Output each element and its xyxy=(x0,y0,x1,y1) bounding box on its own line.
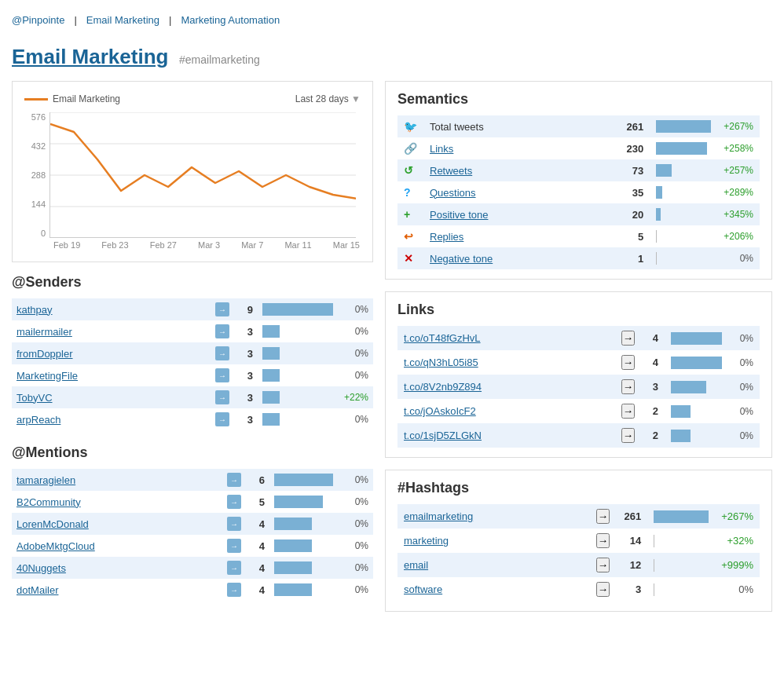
link-bar xyxy=(665,399,728,423)
semantics-label[interactable]: Links xyxy=(430,143,453,155)
item-count: 6 xyxy=(246,469,269,491)
x-label-mar11: Mar 11 xyxy=(284,240,311,250)
link-pct: 0% xyxy=(728,350,760,375)
semantics-label[interactable]: Retweets xyxy=(430,165,472,177)
arrow-button[interactable]: → xyxy=(215,346,229,360)
link-arrow-button[interactable]: → xyxy=(621,428,635,443)
link-bar xyxy=(665,350,728,375)
item-name[interactable]: arpReach xyxy=(12,408,211,430)
link-url[interactable]: t.co/8V2nb9Z894 xyxy=(397,375,615,399)
link-url[interactable]: t.co/oT48fGzHvL xyxy=(397,326,615,350)
chart-period-selector[interactable]: Last 28 days ▼ xyxy=(295,93,361,104)
nav-pinpointe[interactable]: @Pinpointe xyxy=(12,14,64,26)
question-icon: ? xyxy=(397,181,423,203)
semantics-label-cell[interactable]: Negative tone xyxy=(423,247,618,269)
arrow-button[interactable]: → xyxy=(215,324,229,338)
hashtag-row: email → 12 +999% xyxy=(397,553,760,577)
arrow-button[interactable]: → xyxy=(215,368,229,382)
link-url[interactable]: t.co/1sjD5ZLGkN xyxy=(397,423,615,448)
retweet-icon: ↺ xyxy=(397,159,423,181)
semantics-label-cell[interactable]: Replies xyxy=(423,225,618,247)
item-name[interactable]: dotMailer xyxy=(12,579,222,601)
link-arrow-button[interactable]: → xyxy=(621,331,635,346)
item-name[interactable]: AdobeMktgCloud xyxy=(12,535,222,557)
arrow-button[interactable]: → xyxy=(215,390,229,404)
item-pct: 0% xyxy=(338,342,373,364)
arrow-button[interactable]: → xyxy=(227,583,241,597)
item-name[interactable]: MarketingFile xyxy=(12,364,211,386)
item-name[interactable]: B2Community xyxy=(12,491,222,513)
semantics-label-cell[interactable]: Retweets xyxy=(423,159,618,181)
hashtag-count: 3 xyxy=(616,577,647,602)
chart-container: Email Marketing Last 28 days ▼ 576 432 2… xyxy=(12,81,373,262)
item-count: 3 xyxy=(234,386,258,408)
item-name[interactable]: TobyVC xyxy=(12,386,211,408)
hashtag-arrow-button[interactable]: → xyxy=(596,509,610,524)
item-pct: 0% xyxy=(338,491,373,513)
hashtag-bar xyxy=(647,553,715,577)
link-url[interactable]: t.co/jOAskoIcF2 xyxy=(397,399,615,423)
arrow-button[interactable]: → xyxy=(227,539,241,553)
left-column: Email Marketing Last 28 days ▼ 576 432 2… xyxy=(12,81,373,624)
y-label-576: 576 xyxy=(24,112,46,122)
hashtag-name[interactable]: emailmarketing xyxy=(397,504,590,529)
hashtag-name[interactable]: marketing xyxy=(397,529,590,553)
list-item: tamaragielen → 6 0% xyxy=(12,469,373,491)
list-item: B2Community → 5 0% xyxy=(12,491,373,513)
hashtag-count: 14 xyxy=(616,529,647,553)
semantics-label[interactable]: Questions xyxy=(430,187,476,199)
semantics-row: ↩ Replies 5 +206% xyxy=(397,225,760,247)
x-label-mar3: Mar 3 xyxy=(198,240,220,250)
nav-email-marketing[interactable]: Email Marketing xyxy=(86,14,159,26)
negative-icon: ✕ xyxy=(397,247,423,269)
item-name[interactable]: mailermailer xyxy=(12,320,211,342)
hashtag-bar xyxy=(647,529,715,553)
arrow-button[interactable]: → xyxy=(227,473,241,487)
item-name[interactable]: LorenMcDonald xyxy=(12,513,222,535)
semantics-label[interactable]: Replies xyxy=(430,231,463,243)
item-name[interactable]: 40Nuggets xyxy=(12,557,222,579)
arrow-button[interactable]: → xyxy=(215,412,229,426)
list-item: fromDoppler → 3 0% xyxy=(12,342,373,364)
arrow-button[interactable]: → xyxy=(215,302,229,316)
hashtag-label[interactable]: emailmarketing xyxy=(404,510,473,522)
semantics-pct: +206% xyxy=(717,225,760,247)
hashtag-arrow-button[interactable]: → xyxy=(596,582,610,597)
hashtag-arrow-button[interactable]: → xyxy=(596,558,610,572)
semantics-row: ↺ Retweets 73 +257% xyxy=(397,159,760,181)
link-row: t.co/8V2nb9Z894 → 3 0% xyxy=(397,375,760,399)
hashtag-label[interactable]: marketing xyxy=(404,535,449,547)
x-label-feb27: Feb 27 xyxy=(150,240,177,250)
nav-marketing-automation[interactable]: Marketing Automation xyxy=(181,14,280,26)
item-name[interactable]: fromDoppler xyxy=(12,342,211,364)
arrow-button[interactable]: → xyxy=(227,495,241,509)
hashtag-name[interactable]: software xyxy=(397,577,590,602)
semantics-label[interactable]: Negative tone xyxy=(430,253,493,265)
legend-label: Email Marketing xyxy=(53,93,120,104)
link-arrow-button[interactable]: → xyxy=(621,355,635,370)
link-arrow-button[interactable]: → xyxy=(621,379,635,394)
semantics-count: 20 xyxy=(618,203,650,225)
semantics-label-cell[interactable]: Positive tone xyxy=(423,203,618,225)
link-arrow-button[interactable]: → xyxy=(621,404,635,419)
link-pct: 0% xyxy=(728,326,760,350)
item-name[interactable]: kathpay xyxy=(12,298,211,320)
semantics-pct: +257% xyxy=(717,159,760,181)
hashtag-label[interactable]: email xyxy=(404,559,428,571)
semantics-label-cell[interactable]: Links xyxy=(423,137,618,159)
y-label-432: 432 xyxy=(24,141,46,151)
hashtag-label[interactable]: software xyxy=(404,583,442,595)
page-title[interactable]: Email Marketing xyxy=(12,45,168,68)
semantics-label-cell[interactable]: Questions xyxy=(423,181,618,203)
link-url[interactable]: t.co/qN3hL05i85 xyxy=(397,350,615,375)
item-pct: +22% xyxy=(338,386,373,408)
item-name[interactable]: tamaragielen xyxy=(12,469,222,491)
arrow-button[interactable]: → xyxy=(227,561,241,575)
arrow-button[interactable]: → xyxy=(227,517,241,531)
hashtags-title: #Hashtags xyxy=(397,480,760,496)
item-count: 4 xyxy=(246,579,269,601)
semantics-label[interactable]: Positive tone xyxy=(430,209,488,221)
hashtag-arrow-button[interactable]: → xyxy=(596,533,610,548)
list-item: MarketingFile → 3 0% xyxy=(12,364,373,386)
hashtag-name[interactable]: email xyxy=(397,553,590,577)
